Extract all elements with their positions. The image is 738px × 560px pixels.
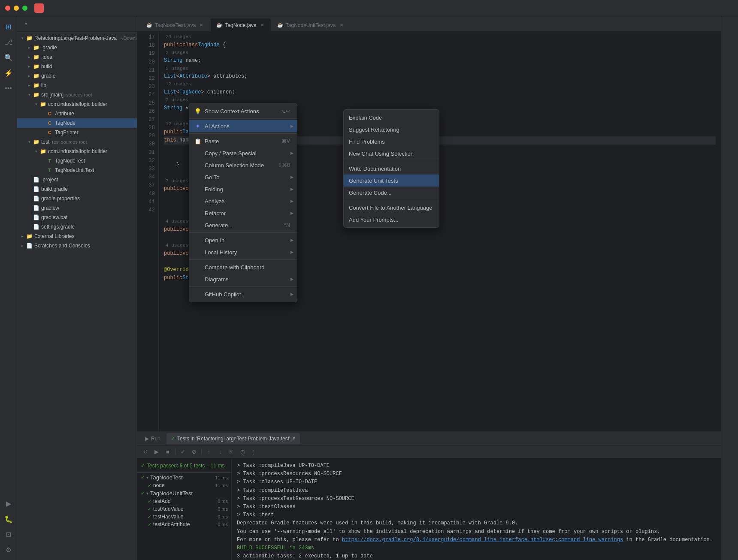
openin-icon [194, 237, 201, 244]
write-documentation[interactable]: Write Documentation [344, 163, 439, 175]
diagrams[interactable]: Diagrams [189, 273, 297, 285]
new-chat-selection[interactable]: New Chat Using Selection [344, 148, 439, 160]
add-your-prompts[interactable]: Add Your Prompts... [344, 214, 439, 226]
generate-icon [194, 222, 201, 229]
refactor[interactable]: Refactor [189, 207, 297, 219]
ai-actions[interactable]: ✦ AI Actions [189, 120, 297, 132]
copy-icon [194, 150, 201, 157]
generate-unit-tests[interactable]: Generate Unit Tests [344, 175, 439, 187]
find-problems[interactable]: Find Problems [344, 135, 439, 148]
context-menu-overlay[interactable]: 💡 Show Context Actions ⌥↩ ✦ AI Actions 📋… [137, 16, 721, 560]
refactor-icon [194, 210, 201, 217]
ai-icon: ✦ [194, 123, 201, 129]
column-icon [194, 162, 201, 169]
bulb-icon: 💡 [194, 108, 201, 114]
copilot-icon [194, 291, 201, 298]
github-copilot[interactable]: GitHub Copilot [189, 288, 297, 300]
diagram-icon [194, 276, 201, 283]
generate-code[interactable]: Generate Code... [344, 187, 439, 199]
analyze-icon [194, 198, 201, 205]
local-history[interactable]: Local History [189, 246, 297, 258]
paste-icon: 📋 [194, 138, 201, 145]
column-selection-mode[interactable]: Column Selection Mode ⇧⌘8 [189, 159, 297, 171]
copy-paste-special[interactable]: Copy / Paste Special [189, 147, 297, 159]
primary-context-menu: 💡 Show Context Actions ⌥↩ ✦ AI Actions 📋… [189, 103, 297, 302]
compare-icon [194, 264, 201, 271]
show-context-actions[interactable]: 💡 Show Context Actions ⌥↩ [189, 105, 297, 117]
go-to[interactable]: Go To [189, 171, 297, 183]
folding[interactable]: Folding [189, 183, 297, 195]
suggest-refactoring[interactable]: Suggest Refactoring [344, 123, 439, 135]
goto-icon [194, 174, 201, 181]
convert-file-language[interactable]: Convert File to Another Language [344, 202, 439, 214]
compare-clipboard[interactable]: Compare with Clipboard [189, 261, 297, 273]
history-icon [194, 249, 201, 256]
generate[interactable]: Generate... ^N [189, 219, 297, 231]
fold-icon [194, 186, 201, 193]
explain-code[interactable]: Explain Code [344, 111, 439, 123]
open-in[interactable]: Open In [189, 234, 297, 246]
editor-area: ☕ TagNodeTest.java ✕ ☕ TagNode.java ✕ ☕ … [137, 16, 721, 560]
ai-submenu: Explain Code Suggest Refactoring Find Pr… [343, 109, 439, 228]
analyze[interactable]: Analyze [189, 195, 297, 207]
paste[interactable]: 📋 Paste ⌘V [189, 135, 297, 147]
